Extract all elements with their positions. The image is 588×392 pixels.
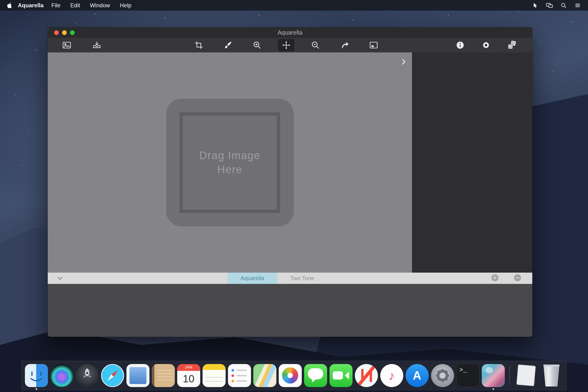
dock-item-notes[interactable] bbox=[202, 364, 226, 387]
dock-item-finder[interactable] bbox=[25, 364, 48, 387]
workspace: Drag Image Here bbox=[48, 52, 532, 272]
menu-file[interactable]: File bbox=[46, 2, 65, 9]
dock-item-system-preferences[interactable] bbox=[431, 364, 454, 387]
dock-item-news[interactable] bbox=[355, 364, 378, 387]
drop-zone-frame: Drag Image Here bbox=[180, 112, 280, 213]
displays-icon[interactable] bbox=[546, 2, 553, 9]
launchpad-icon bbox=[76, 364, 99, 387]
search-icon[interactable] bbox=[560, 2, 567, 9]
contacts-icon bbox=[152, 364, 175, 387]
menu-bar: Aquarella File Edit Window Help bbox=[0, 0, 588, 10]
tab-two-tone[interactable]: Two Tone bbox=[277, 272, 327, 284]
photos-icon bbox=[279, 364, 302, 387]
randomize-icon[interactable] bbox=[504, 39, 520, 51]
messages-icon bbox=[304, 364, 327, 387]
info-icon[interactable] bbox=[452, 39, 468, 51]
chevron-down-icon[interactable] bbox=[55, 272, 65, 284]
dock-item-reminders[interactable] bbox=[228, 364, 251, 387]
remove-filter-button[interactable] bbox=[514, 274, 522, 283]
add-filter-button[interactable] bbox=[491, 274, 499, 283]
filter-tabs: Aquarella Two Tone bbox=[228, 272, 327, 284]
settings-icon[interactable] bbox=[478, 39, 494, 51]
news-icon bbox=[355, 364, 378, 387]
dock: JAN 10 ♪ A >_ bbox=[22, 361, 566, 390]
dock-item-app-store[interactable]: A bbox=[406, 364, 429, 387]
maps-icon bbox=[253, 364, 276, 387]
finder-icon bbox=[25, 364, 48, 387]
toolbar bbox=[48, 38, 532, 52]
safari-icon bbox=[101, 364, 124, 387]
trash-icon bbox=[540, 364, 563, 387]
brush-icon[interactable] bbox=[220, 39, 236, 51]
zoom-in-icon[interactable] bbox=[249, 39, 265, 51]
presets-sidebar bbox=[412, 52, 532, 272]
itunes-note-glyph: ♪ bbox=[388, 368, 395, 383]
traffic-lights bbox=[54, 27, 75, 38]
facetime-icon bbox=[330, 364, 352, 387]
dock-item-terminal[interactable]: >_ bbox=[456, 364, 480, 387]
chevron-right-icon[interactable] bbox=[399, 57, 408, 66]
app-store-glyph: A bbox=[413, 369, 421, 382]
filter-bar: Aquarella Two Tone bbox=[48, 272, 532, 284]
terminal-prompt-glyph: >_ bbox=[460, 366, 467, 374]
dock-item-trash[interactable] bbox=[540, 364, 563, 387]
image-canvas[interactable]: Drag Image Here bbox=[48, 52, 412, 272]
window-title: Aquarella bbox=[278, 29, 302, 36]
dock-item-messages[interactable] bbox=[304, 364, 327, 387]
dock-item-itunes[interactable]: ♪ bbox=[380, 364, 403, 387]
frame-icon[interactable] bbox=[366, 39, 382, 51]
dock-item-siri[interactable] bbox=[50, 364, 73, 387]
dock-item-safari[interactable] bbox=[101, 364, 124, 387]
menu-window[interactable]: Window bbox=[85, 2, 115, 9]
zoom-out-icon[interactable] bbox=[307, 39, 324, 51]
window-titlebar[interactable]: Aquarella bbox=[48, 27, 532, 38]
menu-status-area bbox=[532, 2, 582, 9]
calendar-icon: JAN 10 bbox=[177, 364, 200, 387]
filter-actions bbox=[491, 272, 522, 284]
calendar-day: 10 bbox=[177, 371, 200, 387]
apple-menu-icon[interactable] bbox=[5, 2, 14, 9]
terminal-icon: >_ bbox=[456, 364, 480, 387]
pointer-icon[interactable] bbox=[532, 2, 539, 9]
tab-aquarella[interactable]: Aquarella bbox=[228, 272, 277, 284]
dock-item-maps[interactable] bbox=[253, 364, 276, 387]
app-store-icon: A bbox=[406, 364, 429, 387]
dock-item-mail[interactable] bbox=[126, 364, 150, 387]
desktop-screen: Aquarella File Edit Window Help bbox=[0, 0, 588, 392]
menu-app-name[interactable]: Aquarella bbox=[18, 2, 44, 9]
mail-icon bbox=[126, 364, 150, 387]
aquarella-app-icon bbox=[482, 364, 505, 387]
dock-separator bbox=[510, 366, 510, 385]
close-button[interactable] bbox=[54, 30, 59, 35]
dock-item-contacts[interactable] bbox=[152, 364, 175, 387]
move-icon[interactable] bbox=[278, 39, 294, 51]
itunes-icon: ♪ bbox=[380, 364, 403, 387]
dock-item-facetime[interactable] bbox=[330, 364, 352, 387]
toolbar-left-group bbox=[58, 38, 105, 52]
minimize-button[interactable] bbox=[62, 30, 67, 35]
switcher-icon[interactable] bbox=[574, 2, 582, 9]
dock-item-launchpad[interactable] bbox=[76, 364, 99, 387]
toolbar-right-group bbox=[452, 38, 520, 52]
dock-item-calendar[interactable]: JAN 10 bbox=[177, 364, 200, 387]
dock-item-aquarella[interactable] bbox=[482, 364, 505, 387]
redo-icon[interactable] bbox=[336, 39, 353, 51]
crop-icon[interactable] bbox=[190, 39, 207, 51]
dock-item-photos[interactable] bbox=[279, 364, 302, 387]
system-preferences-icon bbox=[431, 364, 454, 387]
menu-help[interactable]: Help bbox=[115, 2, 136, 9]
calendar-month: JAN bbox=[177, 364, 200, 371]
toolbar-center-group bbox=[190, 38, 382, 52]
drop-placeholder-line2: Here bbox=[217, 163, 242, 177]
drop-placeholder-line1: Drag Image bbox=[199, 148, 260, 163]
downloads-stack-icon bbox=[515, 364, 538, 387]
import-icon[interactable] bbox=[88, 39, 105, 51]
dock-item-downloads[interactable] bbox=[515, 364, 538, 387]
zoom-button[interactable] bbox=[70, 30, 75, 35]
notes-icon bbox=[202, 364, 226, 387]
drop-zone[interactable]: Drag Image Here bbox=[166, 99, 294, 226]
reminders-icon bbox=[228, 364, 251, 387]
photo-library-icon[interactable] bbox=[58, 39, 75, 51]
siri-icon bbox=[50, 364, 73, 387]
menu-edit[interactable]: Edit bbox=[65, 2, 85, 9]
